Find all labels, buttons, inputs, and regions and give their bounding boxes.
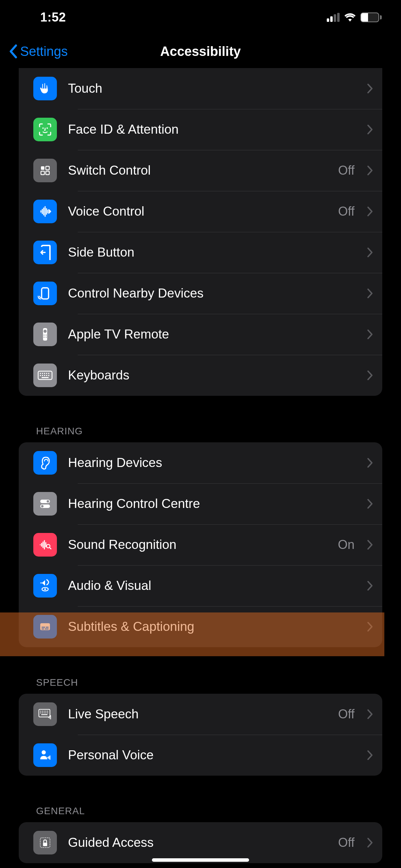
chevron-right-icon <box>367 329 373 340</box>
row-value: Off <box>338 707 355 721</box>
row-control-nearby-devices[interactable]: Control Nearby Devices <box>19 273 382 314</box>
lock-icon <box>33 831 57 854</box>
chevron-right-icon <box>367 370 373 381</box>
svg-rect-40 <box>42 711 43 712</box>
wifi-icon <box>344 13 356 22</box>
switch-control-icon <box>33 159 57 182</box>
row-hearing-control-centre[interactable]: Hearing Control Centre <box>19 483 382 524</box>
touch-icon <box>33 77 57 100</box>
group-header-speech: SPEECH <box>19 647 382 694</box>
svg-point-50 <box>42 750 46 754</box>
voice-control-icon <box>33 200 57 223</box>
nav-bar: Settings Accessibility <box>0 35 401 68</box>
ear-icon <box>33 451 57 475</box>
chevron-left-icon <box>8 44 19 59</box>
svg-rect-44 <box>40 712 41 713</box>
side-button-icon <box>33 241 57 264</box>
row-subtitles-captioning[interactable]: Subtitles & Captioning <box>19 606 382 647</box>
chevron-right-icon <box>367 165 373 176</box>
row-label: Switch Control <box>68 163 327 178</box>
svg-rect-52 <box>43 843 47 846</box>
svg-rect-42 <box>45 711 46 712</box>
personal-voice-icon <box>33 743 57 767</box>
svg-point-26 <box>47 500 49 503</box>
row-label: Face ID & Attention <box>68 122 356 137</box>
home-indicator[interactable] <box>152 858 249 862</box>
row-guided-access[interactable]: Guided Access Off <box>19 822 382 863</box>
row-keyboards[interactable]: Keyboards <box>19 355 382 396</box>
chevron-right-icon <box>367 206 373 217</box>
svg-point-10 <box>45 334 46 335</box>
svg-point-8 <box>44 330 47 333</box>
row-voice-control[interactable]: Voice Control Off <box>19 191 382 232</box>
svg-rect-17 <box>46 373 47 374</box>
svg-rect-21 <box>44 375 45 376</box>
back-button[interactable]: Settings <box>8 44 68 59</box>
toggles-icon <box>33 492 57 516</box>
svg-rect-47 <box>45 712 46 713</box>
row-hearing-devices[interactable]: Hearing Devices <box>19 442 382 483</box>
chevron-right-icon <box>367 540 373 550</box>
status-bar: 1:52 39 <box>0 0 401 35</box>
row-label: Hearing Control Centre <box>68 496 356 511</box>
svg-rect-6 <box>42 288 49 299</box>
apple-tv-remote-icon <box>33 323 57 346</box>
settings-group-speech: Live Speech Off Personal Voice <box>19 694 382 776</box>
row-sound-recognition[interactable]: Sound Recognition On <box>19 524 382 565</box>
chevron-right-icon <box>367 621 373 632</box>
svg-rect-49 <box>41 714 48 715</box>
battery-icon: 39 <box>360 12 382 22</box>
svg-rect-39 <box>40 711 41 712</box>
face-id-icon <box>33 118 57 141</box>
chevron-right-icon <box>367 709 373 719</box>
row-label: Guided Access <box>68 835 327 850</box>
row-switch-control[interactable]: Switch Control Off <box>19 150 382 191</box>
svg-rect-35 <box>46 627 49 628</box>
svg-rect-48 <box>47 712 48 713</box>
row-side-button[interactable]: Side Button <box>19 232 382 273</box>
settings-group-hearing: Hearing Devices Hearing Control Centre S… <box>19 442 382 647</box>
svg-rect-16 <box>44 373 45 374</box>
row-value: Off <box>338 835 355 850</box>
row-label: Personal Voice <box>68 748 356 762</box>
row-face-id-attention[interactable]: Face ID & Attention <box>19 109 382 150</box>
chevron-right-icon <box>367 581 373 591</box>
svg-rect-5 <box>46 171 49 175</box>
captions-icon <box>33 615 57 639</box>
row-label: Sound Recognition <box>68 537 327 552</box>
svg-rect-36 <box>42 628 44 629</box>
keyboard-icon <box>33 364 57 387</box>
row-label: Touch <box>68 81 356 96</box>
row-label: Control Nearby Devices <box>68 286 356 301</box>
audio-visual-icon <box>33 574 57 598</box>
svg-rect-24 <box>42 377 49 378</box>
row-label: Apple TV Remote <box>68 327 356 342</box>
row-label: Side Button <box>68 245 356 260</box>
settings-group-physical: Touch Face ID & Attention Switch Control… <box>19 68 382 396</box>
svg-rect-15 <box>42 373 43 374</box>
svg-rect-2 <box>41 166 44 170</box>
svg-point-28 <box>41 505 44 508</box>
row-label: Subtitles & Captioning <box>68 619 356 634</box>
svg-point-0 <box>42 127 44 129</box>
chevron-right-icon <box>367 458 373 468</box>
row-apple-tv-remote[interactable]: Apple TV Remote <box>19 314 382 355</box>
row-label: Live Speech <box>68 707 327 721</box>
chevron-right-icon <box>367 499 373 509</box>
group-header-general: GENERAL <box>19 776 382 822</box>
chevron-right-icon <box>367 837 373 848</box>
keyboard-speak-icon <box>33 702 57 726</box>
svg-point-32 <box>44 589 46 590</box>
svg-rect-23 <box>48 375 49 376</box>
svg-rect-34 <box>42 627 45 628</box>
row-audio-visual[interactable]: Audio & Visual <box>19 565 382 606</box>
row-personal-voice[interactable]: Personal Voice <box>19 735 382 776</box>
back-label: Settings <box>20 44 68 59</box>
chevron-right-icon <box>367 750 373 760</box>
svg-rect-3 <box>46 166 49 170</box>
row-touch[interactable]: Touch <box>19 68 382 109</box>
row-live-speech[interactable]: Live Speech Off <box>19 694 382 735</box>
svg-rect-43 <box>47 711 48 712</box>
svg-line-30 <box>50 548 51 549</box>
svg-rect-22 <box>46 375 47 376</box>
